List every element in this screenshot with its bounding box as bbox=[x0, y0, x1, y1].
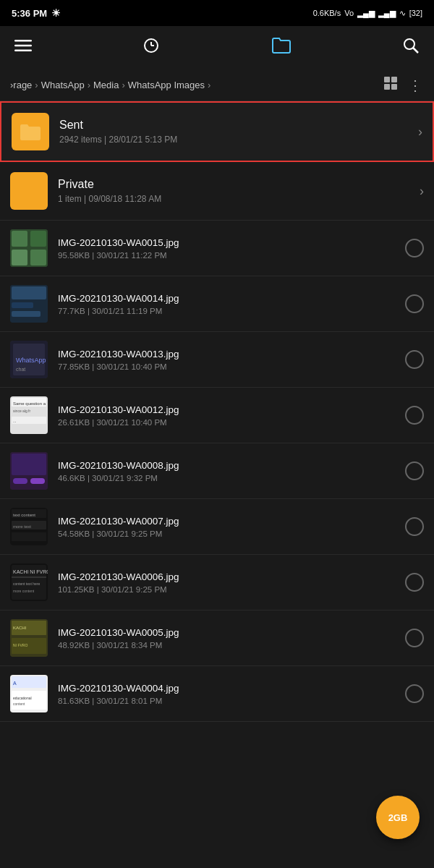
breadcrumb-media[interactable]: Media bbox=[93, 80, 119, 90]
file-thumb-2: WhatsApp chat bbox=[10, 341, 48, 378]
svg-text:Same question a: Same question a bbox=[13, 401, 46, 406]
folder-info-private: Private 1 item | 09/08/18 11:28 AM bbox=[58, 178, 414, 204]
file-thumb-3: Same question a since alg fr ... bbox=[10, 396, 48, 434]
breadcrumb-whatsapp-images[interactable]: WhatsApp Images bbox=[128, 80, 205, 90]
file-meta-5: 54.58KB | 30/01/21 9:25 PM bbox=[58, 529, 398, 538]
file-item-4[interactable]: IMG-20210130-WA0008.jpg 46.6KB | 30/01/2… bbox=[0, 443, 434, 499]
file-info-8: IMG-20210130-WA0004.jpg 81.63KB | 30/01/… bbox=[58, 683, 398, 705]
svg-rect-19 bbox=[12, 302, 33, 308]
folder-name-sent: Sent bbox=[59, 119, 412, 132]
file-meta-8: 81.63KB | 30/01/21 8:01 PM bbox=[58, 697, 398, 705]
fab-label: 2GB bbox=[388, 812, 408, 823]
file-name-4: IMG-20210130-WA0008.jpg bbox=[58, 460, 398, 471]
history-button[interactable] bbox=[142, 37, 160, 59]
svg-text:KACHI NI FVR0: KACHI NI FVR0 bbox=[13, 569, 48, 574]
svg-text:text content: text content bbox=[13, 513, 35, 517]
svg-point-6 bbox=[404, 39, 414, 49]
file-meta-2: 77.85KB | 30/01/21 10:40 PM bbox=[58, 362, 398, 371]
svg-rect-1 bbox=[14, 45, 32, 47]
file-meta-7: 48.92KB | 30/01/21 8:34 PM bbox=[58, 641, 398, 650]
file-checkbox-0[interactable] bbox=[405, 239, 424, 258]
folder-item-private[interactable]: Private 1 item | 09/08/18 11:28 AM › bbox=[0, 162, 434, 221]
svg-rect-32 bbox=[12, 454, 46, 475]
svg-rect-11 bbox=[391, 84, 397, 90]
svg-text:more content: more content bbox=[13, 589, 35, 593]
file-checkbox-6[interactable] bbox=[405, 573, 424, 592]
file-checkbox-4[interactable] bbox=[405, 461, 424, 480]
file-thumb-8: A educational content bbox=[10, 675, 48, 712]
file-checkbox-8[interactable] bbox=[405, 684, 424, 703]
breadcrumb-whatsapp[interactable]: WhatsApp bbox=[41, 80, 85, 90]
svg-rect-15 bbox=[12, 250, 27, 265]
file-checkbox-5[interactable] bbox=[405, 517, 424, 536]
file-thumb-7: KACHI NI FVRO bbox=[10, 619, 48, 657]
file-thumb-1 bbox=[10, 285, 48, 323]
file-item-5[interactable]: text content more text IMG-20210130-WA00… bbox=[0, 499, 434, 555]
svg-line-7 bbox=[413, 48, 418, 53]
file-item-7[interactable]: KACHI NI FVRO IMG-20210130-WA0005.jpg 48… bbox=[0, 610, 434, 666]
network-speed: 0.6KB/s bbox=[313, 9, 341, 17]
svg-text:content: content bbox=[13, 702, 25, 706]
folder-item-sent[interactable]: Sent 2942 items | 28/01/21 5:13 PM › bbox=[0, 101, 434, 162]
folder-meta-sent: 2942 items | 28/01/21 5:13 PM bbox=[59, 135, 412, 145]
file-item-0[interactable]: IMG-20210130-WA0015.jpg 95.58KB | 30/01/… bbox=[0, 221, 434, 276]
file-checkbox-3[interactable] bbox=[405, 406, 424, 425]
storage-fab[interactable]: 2GB bbox=[376, 796, 420, 839]
file-checkbox-2[interactable] bbox=[405, 350, 424, 369]
file-meta-3: 26.61KB | 30/01/21 10:40 PM bbox=[58, 418, 398, 427]
file-meta-0: 95.58KB | 30/01/21 11:22 PM bbox=[58, 251, 398, 260]
signal-icon2: ▂▄▆ bbox=[378, 9, 396, 18]
file-item-3[interactable]: Same question a since alg fr ... IMG-202… bbox=[0, 388, 434, 443]
svg-text:content text here: content text here bbox=[13, 582, 40, 586]
folder-thumb-private bbox=[10, 172, 48, 210]
battery-icon: [32] bbox=[409, 9, 422, 17]
folder-info-sent: Sent 2942 items | 28/01/21 5:13 PM bbox=[59, 119, 412, 145]
folder-thumb-sent bbox=[12, 113, 49, 150]
file-meta-1: 77.7KB | 30/01/21 11:19 PM bbox=[58, 307, 398, 315]
more-options-button[interactable]: ⋮ bbox=[408, 77, 424, 94]
svg-text:A: A bbox=[13, 681, 17, 686]
svg-text:since alg fr: since alg fr bbox=[13, 409, 31, 413]
breadcrumb-actions: ⋮ bbox=[383, 76, 424, 94]
file-checkbox-7[interactable] bbox=[405, 629, 424, 647]
file-info-4: IMG-20210130-WA0008.jpg 46.6KB | 30/01/2… bbox=[58, 460, 398, 482]
svg-text:NI FVRO: NI FVRO bbox=[13, 643, 27, 647]
svg-rect-13 bbox=[12, 231, 27, 247]
file-name-0: IMG-20210130-WA0015.jpg bbox=[58, 237, 398, 248]
file-checkbox-1[interactable] bbox=[405, 294, 424, 313]
time-label: 5:36 PM bbox=[12, 8, 47, 19]
status-time: 5:36 PM ☀ bbox=[12, 7, 61, 19]
file-info-6: IMG-20210130-WA0006.jpg 101.25KB | 30/01… bbox=[58, 571, 398, 594]
svg-rect-33 bbox=[13, 478, 27, 484]
file-item-6[interactable]: KACHI NI FVR0 content text here more con… bbox=[0, 555, 434, 610]
file-item-1[interactable]: IMG-20210130-WA0014.jpg 77.7KB | 30/01/2… bbox=[0, 276, 434, 332]
menu-button[interactable] bbox=[14, 37, 32, 59]
wifi-icon: ∿ bbox=[399, 9, 406, 18]
svg-rect-55 bbox=[12, 691, 46, 710]
svg-rect-20 bbox=[12, 311, 41, 317]
svg-text:...: ... bbox=[13, 419, 16, 423]
folder-arrow-private: › bbox=[420, 184, 424, 199]
status-bar: 5:36 PM ☀ 0.6KB/s Vo ▂▄▆ ▂▄▆ ∿ [32] bbox=[0, 0, 434, 26]
file-list: Sent 2942 items | 28/01/21 5:13 PM › Pri… bbox=[0, 101, 434, 722]
folder-arrow-sent: › bbox=[418, 124, 422, 140]
svg-rect-44 bbox=[12, 576, 46, 578]
svg-rect-34 bbox=[30, 478, 45, 484]
file-name-5: IMG-20210130-WA0007.jpg bbox=[58, 516, 398, 527]
folder-button[interactable] bbox=[271, 37, 292, 59]
search-button[interactable] bbox=[402, 37, 420, 59]
file-item-2[interactable]: WhatsApp chat IMG-20210130-WA0013.jpg 77… bbox=[0, 332, 434, 388]
file-info-7: IMG-20210130-WA0005.jpg 48.92KB | 30/01/… bbox=[58, 627, 398, 650]
file-name-2: IMG-20210130-WA0013.jpg bbox=[58, 349, 398, 359]
breadcrumb-storage[interactable]: ›rage bbox=[10, 80, 32, 90]
file-name-8: IMG-20210130-WA0004.jpg bbox=[58, 683, 398, 694]
cloud-icon: ☀ bbox=[51, 7, 61, 19]
folder-name-private: Private bbox=[58, 178, 414, 191]
svg-rect-18 bbox=[12, 286, 46, 299]
grid-view-button[interactable] bbox=[383, 76, 398, 94]
file-thumb-6: KACHI NI FVR0 content text here more con… bbox=[10, 563, 48, 601]
file-name-1: IMG-20210130-WA0014.jpg bbox=[58, 293, 398, 304]
file-item-8[interactable]: A educational content IMG-20210130-WA000… bbox=[0, 666, 434, 722]
breadcrumb: ›rage › WhatsApp › Media › WhatsApp Imag… bbox=[10, 80, 212, 90]
svg-rect-16 bbox=[30, 250, 46, 265]
